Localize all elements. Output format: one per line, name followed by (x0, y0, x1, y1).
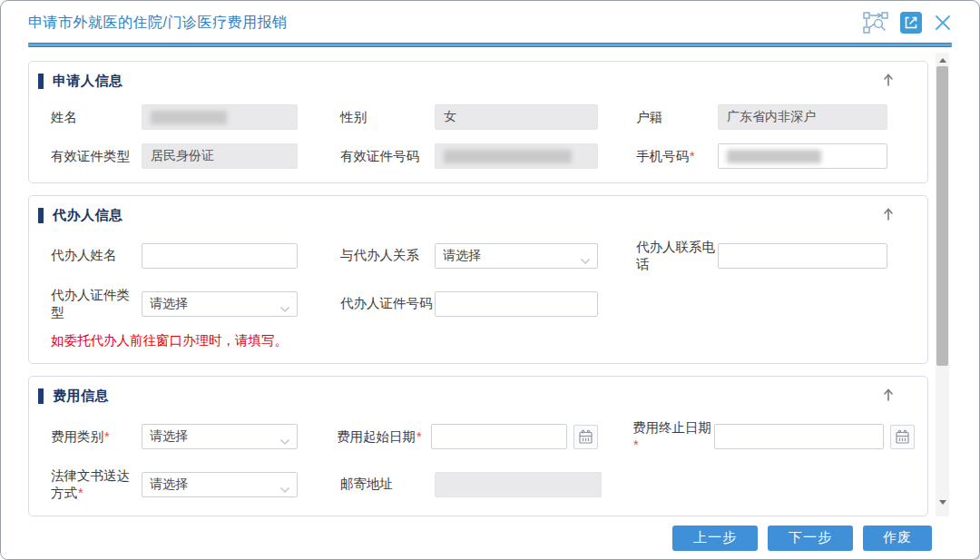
required-asterisk: * (690, 149, 695, 163)
inspect-magnifier-icon[interactable] (863, 12, 888, 34)
required-asterisk: * (78, 486, 83, 500)
gender-field: 女 (435, 104, 598, 130)
start-date-input[interactable] (431, 424, 567, 449)
arrow-up-icon[interactable] (880, 72, 897, 88)
scrollbar-up-arrow[interactable] (936, 54, 949, 66)
scrollbar-down-arrow[interactable] (936, 496, 949, 508)
expense-type-label: 费用类别 (51, 429, 103, 444)
id-type-label: 有效证件类型 (51, 148, 142, 165)
gender-label: 性别 (340, 109, 435, 126)
redacted-value (151, 111, 227, 124)
household-field: 广东省内非深户 (718, 104, 887, 130)
agent-note: 如委托代办人前往窗口办理时，请填写。 (38, 332, 915, 349)
expense-type-select[interactable]: 请选择 (142, 424, 298, 449)
relationship-label: 与代办人关系 (340, 247, 435, 264)
chevron-down-icon (580, 253, 591, 268)
mobile-label: 手机号码 (636, 149, 689, 163)
header-icons (863, 12, 952, 34)
agent-id-number-input[interactable] (435, 291, 598, 317)
required-asterisk: * (416, 429, 422, 444)
section-title: 费用信息 (53, 388, 109, 405)
chevron-down-icon (279, 301, 290, 316)
previous-step-button[interactable]: 上一步 (672, 526, 758, 551)
arrow-up-icon[interactable] (880, 387, 897, 403)
required-asterisk: * (104, 429, 110, 444)
title-divider (28, 43, 952, 47)
void-button[interactable]: 作废 (863, 526, 932, 551)
reimbursement-dialog: 申请市外就医的住院/门诊医疗费用报销 (0, 0, 980, 560)
mail-address-field (435, 472, 602, 497)
agent-id-number-label: 代办人证件号码 (340, 295, 435, 312)
chevron-down-icon (279, 434, 290, 448)
id-number-field (435, 143, 598, 169)
agent-name-input[interactable] (142, 243, 298, 269)
chevron-down-icon (279, 482, 290, 496)
dialog-body: 申请人信息 姓名 性别 女 户籍 广东省内非深户 (1, 52, 980, 518)
section-applicant-info: 申请人信息 姓名 性别 女 户籍 广东省内非深户 (28, 61, 928, 183)
next-step-button[interactable]: 下一步 (768, 526, 853, 551)
agent-id-type-label: 代办人证件类型 (51, 287, 142, 321)
id-type-field: 居民身份证 (142, 143, 298, 169)
section-marker (38, 208, 44, 223)
scrollbar-thumb[interactable] (936, 66, 948, 366)
end-date-input[interactable] (714, 424, 884, 449)
section-title: 代办人信息 (53, 207, 123, 224)
section-marker (38, 74, 44, 89)
redacted-value (727, 150, 821, 163)
section-marker (38, 388, 44, 404)
name-field (142, 104, 298, 130)
agent-phone-input[interactable] (718, 243, 887, 269)
name-label: 姓名 (51, 109, 142, 126)
relationship-select[interactable]: 请选择 (435, 243, 598, 269)
section-title: 申请人信息 (53, 73, 123, 90)
start-date-label: 费用起始日期 (337, 429, 416, 444)
open-external-icon[interactable] (900, 12, 922, 34)
agent-name-label: 代办人姓名 (51, 247, 142, 264)
required-asterisk: * (633, 437, 639, 452)
arrow-up-icon[interactable] (880, 206, 897, 222)
agent-id-type-select[interactable]: 请选择 (142, 291, 298, 317)
calendar-icon[interactable] (573, 425, 598, 449)
id-number-label: 有效证件号码 (340, 148, 435, 165)
section-agent-info: 代办人信息 代办人姓名 与代办人关系 请选择 (28, 195, 928, 364)
page-title: 申请市外就医的住院/门诊医疗费用报销 (28, 14, 287, 33)
calendar-icon[interactable] (890, 425, 915, 449)
footer-actions: 上一步 下一步 作废 (1, 516, 979, 559)
end-date-label: 费用终止日期 (632, 420, 711, 435)
legal-delivery-label: 法律文书送达方式 (51, 468, 130, 500)
mail-address-label: 邮寄地址 (340, 476, 435, 493)
vertical-scrollbar[interactable] (936, 53, 949, 517)
section-expense-info: 费用信息 费用类别* 请选择 费用起始日期 (28, 376, 928, 516)
agent-phone-label: 代办人联系电话 (636, 239, 718, 273)
close-icon[interactable] (934, 14, 952, 32)
household-label: 户籍 (636, 109, 718, 126)
legal-delivery-select[interactable]: 请选择 (142, 472, 298, 497)
mobile-input[interactable] (718, 143, 887, 169)
redacted-value (444, 150, 572, 163)
